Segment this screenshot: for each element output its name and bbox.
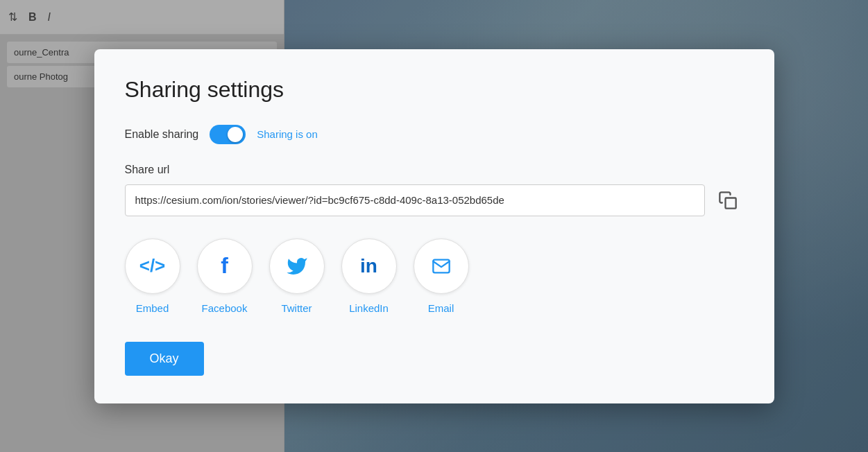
embed-label: Embed (136, 302, 169, 314)
modal-overlay: Sharing settings Enable sharing Sharing … (0, 0, 868, 452)
facebook-icon: f (221, 253, 228, 279)
clipboard-icon (718, 191, 738, 210)
email-label: Email (428, 302, 454, 314)
embed-icon: </> (139, 255, 166, 277)
share-facebook-button[interactable]: f Facebook (197, 238, 253, 314)
email-icon (430, 257, 452, 276)
modal-title: Sharing settings (125, 77, 744, 103)
share-url-input[interactable] (125, 184, 705, 216)
share-linkedin-button[interactable]: in LinkedIn (341, 238, 397, 314)
toggle-thumb (228, 127, 243, 142)
embed-circle: </> (125, 238, 180, 294)
share-url-label: Share url (125, 164, 744, 176)
sharing-settings-modal: Sharing settings Enable sharing Sharing … (94, 49, 774, 403)
svg-rect-0 (725, 198, 735, 208)
facebook-circle: f (197, 238, 253, 294)
okay-button[interactable]: Okay (125, 342, 204, 376)
email-circle (414, 238, 469, 294)
share-twitter-button[interactable]: Twitter (269, 238, 325, 314)
toggle-track (210, 125, 246, 144)
share-email-button[interactable]: Email (414, 238, 469, 314)
share-buttons-row: </> Embed f Facebook Twitter (125, 238, 744, 314)
enable-sharing-label: Enable sharing (125, 128, 199, 141)
url-row (125, 184, 744, 216)
copy-clipboard-button[interactable] (712, 184, 744, 216)
enable-sharing-row: Enable sharing Sharing is on (125, 125, 744, 144)
twitter-icon (286, 255, 308, 277)
linkedin-label: LinkedIn (349, 302, 389, 314)
sharing-status-text: Sharing is on (257, 128, 318, 140)
enable-sharing-toggle[interactable] (210, 125, 246, 144)
facebook-label: Facebook (202, 302, 248, 314)
linkedin-circle: in (341, 238, 397, 294)
twitter-circle (269, 238, 325, 294)
twitter-label: Twitter (281, 302, 312, 314)
share-embed-button[interactable]: </> Embed (125, 238, 180, 314)
linkedin-icon: in (360, 255, 377, 277)
